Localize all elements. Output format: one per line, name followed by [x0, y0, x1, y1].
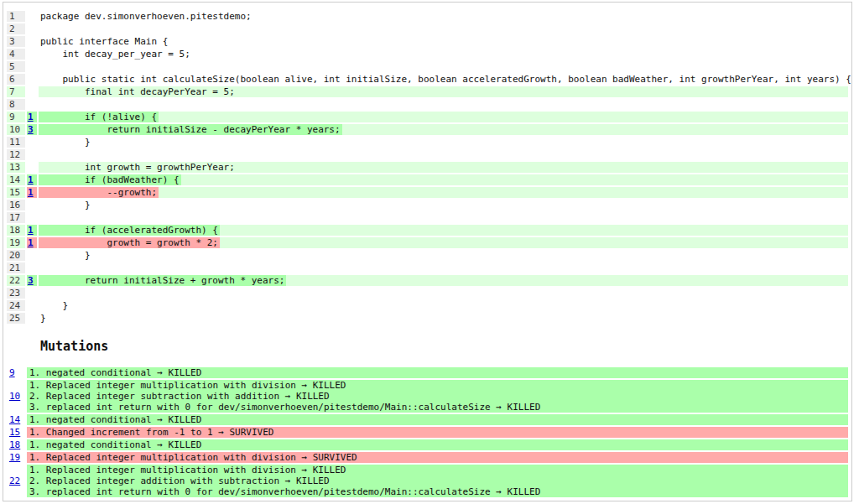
line-number: 25	[7, 313, 25, 324]
mutation-status-highlight: if (badWeather) {	[39, 174, 181, 185]
code-line-row: 5	[7, 61, 848, 72]
mutation-count-link[interactable]: 3	[28, 275, 34, 286]
code-cell: public interface Main {	[39, 36, 848, 47]
mutation-line-link[interactable]: 19	[9, 452, 20, 463]
line-number: 2	[7, 23, 25, 34]
mutation-status-highlight: return initialSize - decayPerYear * year…	[39, 124, 342, 135]
mutation-status-highlight	[39, 99, 42, 110]
mutation-descriptions-cell: 1. Changed increment from -1 to 1 → SURV…	[27, 427, 848, 438]
code-line-row: 223 return initialSize + growth * years;	[7, 275, 848, 286]
mutation-line-link[interactable]: 9	[9, 367, 15, 378]
mutation-line-link[interactable]: 22	[9, 475, 20, 486]
line-number: 9	[7, 112, 25, 122]
mutation-descriptions-cell: 1. Replaced integer multiplication with …	[27, 380, 848, 413]
code-text: int decay_per_year = 5;	[39, 49, 192, 60]
code-text: final int decayPerYear = 5;	[39, 86, 237, 97]
code-line-row: 16 }	[7, 200, 848, 210]
code-cell	[39, 99, 848, 110]
mutation-count-cell	[27, 36, 37, 47]
code-text: if (acceleratedGrowth) {	[39, 225, 220, 236]
mutation-count-cell	[27, 288, 37, 299]
mutation-descriptions-cell: 1. negated conditional → KILLED	[27, 439, 848, 450]
mutation-line-cell: 18	[7, 439, 25, 450]
mutations-heading: Mutations	[40, 339, 850, 354]
code-text: int growth = growthPerYear;	[39, 162, 237, 173]
mutation-count-cell: 3	[27, 275, 37, 286]
mutation-description: 1. Replaced integer multiplication with …	[29, 380, 848, 391]
mutation-status-highlight: if (acceleratedGrowth) {	[39, 225, 220, 236]
mutation-group-row: 181. negated conditional → KILLED	[7, 439, 848, 450]
mutation-line-link[interactable]: 10	[9, 391, 20, 402]
mutation-descriptions-cell: 1. negated conditional → KILLED	[27, 414, 848, 425]
mutation-status-highlight	[39, 61, 42, 72]
code-line-row: 21	[7, 262, 848, 273]
line-number: 5	[7, 61, 25, 72]
code-cell: --growth;	[39, 187, 848, 198]
line-number: 4	[7, 49, 25, 60]
mutation-count-link[interactable]: 1	[28, 174, 34, 185]
code-line-row: 20 }	[7, 250, 848, 261]
mutation-status-highlight: }	[39, 300, 70, 311]
mutation-count-link[interactable]: 3	[28, 124, 34, 135]
line-number: 19	[7, 237, 25, 248]
mutation-count-cell: 3	[27, 124, 37, 135]
mutation-descriptions-cell: 1. Replaced integer multiplication with …	[27, 452, 848, 463]
mutation-count-cell	[27, 74, 37, 85]
line-number: 7	[7, 86, 25, 97]
mutation-description: 3. replaced int return with 0 for dev/si…	[29, 402, 848, 413]
code-line-row: 191 growth = growth * 2;	[7, 237, 848, 248]
line-number: 21	[7, 262, 25, 273]
line-number: 14	[7, 174, 25, 185]
pit-mutation-report: 1package dev.simonverhoeven.pitestdemo;2…	[3, 2, 852, 501]
mutation-line-cell: 14	[7, 414, 25, 425]
mutation-count-cell: 1	[27, 225, 37, 236]
mutation-count-cell	[27, 300, 37, 311]
code-line-row: 8	[7, 99, 848, 110]
mutation-status-highlight: int decay_per_year = 5;	[39, 49, 192, 60]
mutation-line-link[interactable]: 14	[9, 414, 20, 425]
line-number: 1	[7, 11, 25, 22]
code-cell	[39, 288, 848, 299]
code-text: }	[39, 250, 92, 261]
source-code-table: 1package dev.simonverhoeven.pitestdemo;2…	[5, 9, 850, 325]
mutation-count-link[interactable]: 1	[28, 237, 34, 248]
mutation-count-link[interactable]: 1	[28, 187, 34, 198]
mutation-description: 2. Replaced integer subtraction with add…	[29, 391, 848, 402]
mutation-status-highlight: return initialSize + growth * years;	[39, 275, 286, 286]
mutation-description: 3. replaced int return with 0 for dev/si…	[29, 486, 848, 497]
mutation-count-link[interactable]: 1	[28, 225, 34, 236]
mutation-line-cell: 10	[7, 380, 25, 413]
code-text: }	[39, 200, 92, 210]
mutation-count-link[interactable]: 1	[28, 112, 34, 122]
mutation-status-highlight	[39, 23, 42, 34]
mutation-description: 1. Changed increment from -1 to 1 → SURV…	[29, 427, 848, 438]
mutations-table: 91. negated conditional → KILLED101. Rep…	[5, 366, 850, 499]
mutation-description: 1. Replaced integer multiplication with …	[29, 465, 848, 475]
line-number: 8	[7, 99, 25, 110]
mutation-count-cell	[27, 313, 37, 324]
code-text: return initialSize - decayPerYear * year…	[39, 124, 342, 135]
code-line-row: 2	[7, 23, 848, 34]
mutation-line-link[interactable]: 18	[9, 439, 20, 450]
mutation-group-row: 191. Replaced integer multiplication wit…	[7, 452, 848, 463]
mutation-count-cell	[27, 149, 37, 160]
code-line-row: 7 final int decayPerYear = 5;	[7, 86, 848, 97]
code-line-row: 17	[7, 212, 848, 223]
mutation-status-highlight	[39, 212, 42, 223]
code-cell: }	[39, 137, 848, 148]
line-number: 23	[7, 288, 25, 299]
code-line-row: 24 }	[7, 300, 848, 311]
code-text: }	[39, 300, 70, 311]
mutation-description: 1. Replaced integer multiplication with …	[29, 452, 848, 463]
mutation-status-highlight	[39, 288, 42, 299]
mutation-status-highlight: }	[39, 200, 92, 210]
mutation-status-highlight: growth = growth * 2;	[39, 237, 220, 248]
code-cell: public static int calculateSize(boolean …	[39, 74, 848, 85]
mutation-line-link[interactable]: 15	[9, 427, 20, 438]
mutation-status-highlight	[39, 149, 42, 160]
mutations-rows: 91. negated conditional → KILLED101. Rep…	[7, 367, 848, 497]
code-cell: return initialSize - decayPerYear * year…	[39, 124, 848, 135]
line-number: 12	[7, 149, 25, 160]
code-line-row: 6 public static int calculateSize(boolea…	[7, 74, 848, 85]
mutation-status-highlight: final int decayPerYear = 5;	[39, 86, 237, 97]
